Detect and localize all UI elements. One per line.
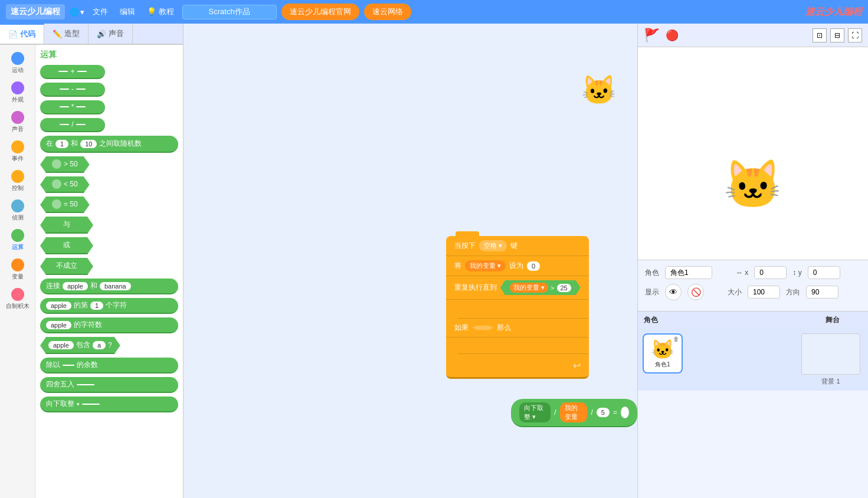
x-input[interactable]	[754, 266, 787, 279]
contains-block[interactable]: apple 包含 a ?	[40, 337, 178, 354]
var-value[interactable]: 0	[527, 261, 540, 271]
not-block[interactable]: 不成立	[40, 258, 178, 275]
looks-dot	[11, 81, 24, 94]
hat-block[interactable]: 当按下 空格 ▾ 键	[446, 236, 589, 256]
sprite-list-header: 角色	[638, 312, 797, 329]
repeat-until-block[interactable]: 重复执行直到 我的变量 ▾ > 25	[446, 276, 589, 300]
mathfunc-block[interactable]: 向下取整 ▾	[40, 397, 178, 412]
join-block[interactable]: 连接 apple 和 banana	[40, 279, 178, 294]
project-title-input[interactable]	[182, 5, 277, 19]
if-condition[interactable]	[472, 326, 493, 330]
sidebar-item-motion[interactable]: 运动	[0, 50, 35, 77]
sidebar-item-operators[interactable]: 运算	[0, 227, 35, 254]
show-visible-button[interactable]: 👁	[665, 284, 682, 300]
sidebar-item-sound[interactable]: 声音	[0, 109, 35, 136]
if-inner-area	[446, 338, 589, 354]
length-block[interactable]: apple 的字符数	[40, 317, 178, 333]
or-block[interactable]: 或	[40, 237, 178, 254]
hat-notch	[456, 231, 479, 237]
reporter-num[interactable]: 5	[597, 408, 610, 417]
letter-block[interactable]: apple 的第 1 个字符	[40, 298, 178, 314]
cond-var-dropdown[interactable]: 我的变量 ▾	[510, 283, 548, 293]
lt-block[interactable]: < 50	[40, 176, 178, 193]
round-block[interactable]: 四舍五入	[40, 377, 178, 393]
direction-label: 方向	[786, 287, 800, 297]
inner-area	[446, 300, 589, 319]
bottom-reporter[interactable]: 向下取整 ▾ / 我的变量 / 5 =	[511, 399, 637, 427]
stop-button[interactable]: 🔴	[666, 29, 679, 42]
subtract-block[interactable]: -	[40, 83, 178, 97]
sprite-thumb-1[interactable]: 🗑 🐱 角色1	[643, 333, 683, 374]
sprite-emoji: 🐱	[651, 338, 674, 361]
sprite-name-input[interactable]	[665, 266, 712, 279]
mod-block[interactable]: 除以 的余数	[40, 358, 178, 374]
multiply-block[interactable]: *	[40, 100, 178, 114]
layout-split-button[interactable]: ⊟	[830, 28, 844, 42]
y-label: ↕ y	[792, 268, 801, 277]
condition-block[interactable]: 我的变量 ▾ > 25	[500, 280, 581, 295]
add-block[interactable]: +	[40, 65, 178, 79]
sidebar-item-looks[interactable]: 外观	[0, 79, 35, 106]
sidebar-item-variables[interactable]: 变量	[0, 256, 35, 283]
nav-tutorial[interactable]: 💡 教程	[143, 5, 178, 18]
layout-small-button[interactable]: ⊡	[813, 28, 827, 42]
divide-block[interactable]: /	[40, 118, 178, 132]
sprite-delete-icon[interactable]: 🗑	[673, 336, 679, 342]
cond-value[interactable]: 25	[557, 284, 571, 292]
motion-dot	[11, 52, 24, 65]
var-dropdown[interactable]: 我的变量 ▾	[465, 260, 506, 271]
nav-edit[interactable]: 编辑	[116, 5, 139, 18]
tabs: 📄 代码 ✏️ 造型 🔊 声音	[0, 24, 183, 45]
sprite-name-row: 角色 ↔ x ↕ y	[645, 266, 861, 279]
left-panel: 📄 代码 ✏️ 造型 🔊 声音 运动	[0, 24, 183, 498]
tab-code[interactable]: 📄 代码	[0, 24, 44, 44]
sidebar-item-control[interactable]: 控制	[0, 168, 35, 195]
if-block[interactable]: 如果 那么	[446, 319, 589, 338]
reporter-dropdown[interactable]: 向下取整 ▾	[519, 402, 551, 422]
y-input[interactable]	[808, 266, 840, 279]
sidebar-item-myblocks[interactable]: 自制积木	[0, 286, 35, 313]
blocks-list: 运算 + -	[35, 45, 183, 498]
stage-preview: 🐱	[638, 47, 868, 260]
sidebar-item-events[interactable]: 事件	[0, 138, 35, 165]
direction-input[interactable]	[806, 286, 838, 299]
myblocks-dot	[11, 288, 24, 301]
globe-button[interactable]: 🌐 ▾	[70, 8, 84, 17]
gt-block[interactable]: > 50	[40, 156, 178, 173]
reporter-var[interactable]: 我的变量	[560, 402, 588, 422]
set-var-block[interactable]: 将 我的变量 ▾ 设为 0	[446, 256, 589, 276]
blocks-area: 运动 外观 声音 事件	[0, 45, 183, 498]
sprite-list-area: 🗑 🐱 角色1	[643, 333, 794, 386]
tab-costume[interactable]: ✏️ 造型	[44, 24, 89, 44]
and-block[interactable]: 与	[40, 217, 178, 234]
stage-bg-count: 背景 1	[821, 377, 840, 386]
sensing-dot	[11, 199, 24, 212]
key-dropdown[interactable]: 空格 ▾	[479, 240, 507, 251]
right-panel: 🚩 🔴 ⊡ ⊟ ⛶ 🐱 角色 ↔ x	[638, 24, 868, 498]
layout-fullscreen-button[interactable]: ⛶	[848, 28, 862, 42]
sound-icon: 🔊	[97, 30, 106, 38]
sprite-name-label: 角色	[645, 268, 659, 278]
reporter-result	[621, 407, 629, 418]
sidebar-item-sensing[interactable]: 侦测	[0, 197, 35, 224]
stage-header: 舞台	[797, 312, 868, 329]
main-layout: 📄 代码 ✏️ 造型 🔊 声音 运动	[0, 24, 868, 498]
show-label: 显示	[645, 287, 659, 297]
sprite-stage-header: 角色 舞台	[638, 311, 868, 329]
block-bottom: ↩	[446, 354, 589, 379]
light-icon: 💡	[147, 7, 156, 16]
layout-buttons: ⊡ ⊟ ⛶	[813, 28, 862, 42]
script-editor[interactable]: 🐱 当按下 空格 ▾ 键 将 我的变量 ▾	[183, 24, 638, 498]
stage-thumb-area: 背景 1	[798, 333, 863, 386]
green-flag-button[interactable]: 🚩	[644, 28, 660, 43]
size-input[interactable]	[748, 286, 780, 299]
stage-thumbnail[interactable]	[801, 333, 860, 375]
brand-logo: 速云少儿编程	[805, 6, 862, 18]
random-block[interactable]: 在 1 和 10 之间取随机数	[40, 136, 178, 153]
nav-file[interactable]: 文件	[89, 5, 112, 18]
network-button[interactable]: 速云网络	[364, 4, 411, 20]
tab-sound[interactable]: 🔊 声音	[89, 24, 133, 44]
eq-block[interactable]: = 50	[40, 196, 178, 213]
show-hidden-button[interactable]: 🚫	[687, 284, 704, 300]
official-site-button[interactable]: 速云少儿编程官网	[281, 4, 359, 20]
